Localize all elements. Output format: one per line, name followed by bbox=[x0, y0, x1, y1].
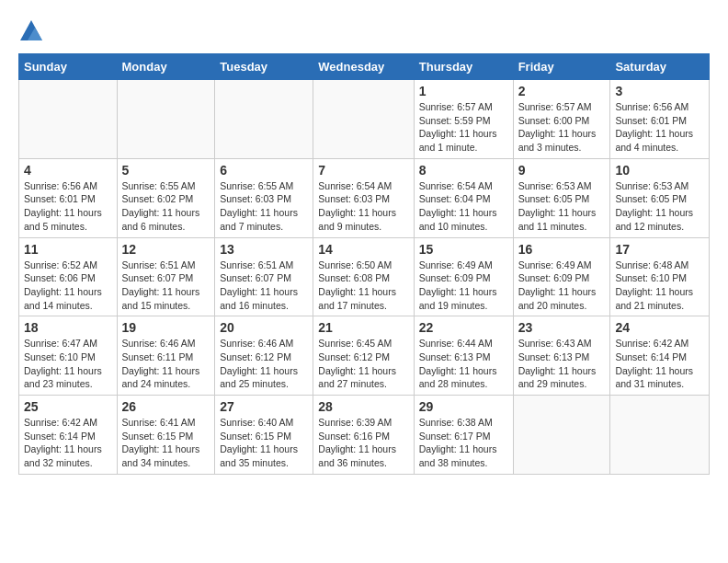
calendar-week-2: 4Sunrise: 6:56 AM Sunset: 6:01 PM Daylig… bbox=[19, 158, 710, 237]
day-info: Sunrise: 6:39 AM Sunset: 6:16 PM Dayligh… bbox=[318, 416, 408, 470]
calendar-cell: 25Sunrise: 6:42 AM Sunset: 6:14 PM Dayli… bbox=[19, 396, 118, 475]
day-number: 10 bbox=[615, 163, 704, 178]
day-header-wednesday: Wednesday bbox=[313, 54, 414, 80]
calendar-cell: 8Sunrise: 6:54 AM Sunset: 6:04 PM Daylig… bbox=[414, 158, 513, 237]
day-info: Sunrise: 6:43 AM Sunset: 6:13 PM Dayligh… bbox=[518, 337, 606, 391]
calendar-cell: 9Sunrise: 6:53 AM Sunset: 6:05 PM Daylig… bbox=[513, 158, 610, 237]
day-info: Sunrise: 6:54 AM Sunset: 6:04 PM Dayligh… bbox=[419, 179, 508, 234]
calendar-week-3: 11Sunrise: 6:52 AM Sunset: 6:06 PM Dayli… bbox=[19, 237, 710, 316]
calendar-cell: 21Sunrise: 6:45 AM Sunset: 6:12 PM Dayli… bbox=[313, 316, 414, 396]
day-info: Sunrise: 6:52 AM Sunset: 6:06 PM Dayligh… bbox=[24, 259, 112, 313]
day-number: 18 bbox=[24, 320, 112, 335]
calendar-cell: 13Sunrise: 6:51 AM Sunset: 6:07 PM Dayli… bbox=[215, 237, 313, 316]
day-number: 7 bbox=[318, 163, 408, 178]
day-number: 17 bbox=[615, 242, 704, 257]
day-info: Sunrise: 6:57 AM Sunset: 5:59 PM Dayligh… bbox=[419, 100, 508, 155]
calendar-cell: 28Sunrise: 6:39 AM Sunset: 6:16 PM Dayli… bbox=[313, 396, 414, 475]
calendar-cell: 14Sunrise: 6:50 AM Sunset: 6:08 PM Dayli… bbox=[313, 237, 414, 316]
day-number: 19 bbox=[122, 320, 210, 335]
day-info: Sunrise: 6:54 AM Sunset: 6:03 PM Dayligh… bbox=[318, 179, 408, 234]
logo bbox=[18, 18, 46, 44]
day-number: 21 bbox=[318, 320, 408, 335]
day-number: 4 bbox=[24, 163, 112, 178]
calendar-cell: 29Sunrise: 6:38 AM Sunset: 6:17 PM Dayli… bbox=[414, 396, 513, 475]
day-number: 24 bbox=[615, 320, 704, 335]
calendar-cell: 6Sunrise: 6:55 AM Sunset: 6:03 PM Daylig… bbox=[215, 158, 313, 237]
day-number: 22 bbox=[419, 320, 508, 335]
day-number: 16 bbox=[518, 242, 606, 257]
calendar-week-1: 1Sunrise: 6:57 AM Sunset: 5:59 PM Daylig… bbox=[19, 80, 710, 159]
calendar-cell: 2Sunrise: 6:57 AM Sunset: 6:00 PM Daylig… bbox=[513, 80, 610, 159]
day-number: 26 bbox=[122, 399, 210, 414]
calendar-cell bbox=[610, 396, 710, 475]
day-number: 9 bbox=[518, 163, 606, 178]
day-info: Sunrise: 6:55 AM Sunset: 6:02 PM Dayligh… bbox=[122, 179, 210, 234]
day-header-saturday: Saturday bbox=[610, 54, 710, 80]
day-number: 14 bbox=[318, 242, 408, 257]
day-number: 3 bbox=[615, 84, 704, 98]
day-info: Sunrise: 6:49 AM Sunset: 6:09 PM Dayligh… bbox=[518, 259, 606, 313]
calendar-cell: 27Sunrise: 6:40 AM Sunset: 6:15 PM Dayli… bbox=[215, 396, 313, 475]
calendar-week-4: 18Sunrise: 6:47 AM Sunset: 6:10 PM Dayli… bbox=[19, 316, 710, 396]
calendar-cell: 26Sunrise: 6:41 AM Sunset: 6:15 PM Dayli… bbox=[117, 396, 215, 475]
day-header-friday: Friday bbox=[513, 54, 610, 80]
header bbox=[18, 18, 710, 44]
logo-icon bbox=[18, 18, 44, 44]
calendar-cell bbox=[215, 80, 313, 159]
day-info: Sunrise: 6:42 AM Sunset: 6:14 PM Dayligh… bbox=[615, 337, 704, 391]
day-number: 25 bbox=[24, 399, 112, 414]
day-info: Sunrise: 6:53 AM Sunset: 6:05 PM Dayligh… bbox=[615, 179, 704, 234]
calendar-header-row: SundayMondayTuesdayWednesdayThursdayFrid… bbox=[19, 54, 710, 80]
day-header-tuesday: Tuesday bbox=[215, 54, 313, 80]
day-info: Sunrise: 6:41 AM Sunset: 6:15 PM Dayligh… bbox=[122, 416, 210, 470]
calendar-body: 1Sunrise: 6:57 AM Sunset: 5:59 PM Daylig… bbox=[19, 80, 710, 475]
calendar-cell: 5Sunrise: 6:55 AM Sunset: 6:02 PM Daylig… bbox=[117, 158, 215, 237]
day-number: 12 bbox=[122, 242, 210, 257]
calendar-cell: 17Sunrise: 6:48 AM Sunset: 6:10 PM Dayli… bbox=[610, 237, 710, 316]
calendar-cell: 11Sunrise: 6:52 AM Sunset: 6:06 PM Dayli… bbox=[19, 237, 118, 316]
day-header-monday: Monday bbox=[117, 54, 215, 80]
day-number: 20 bbox=[220, 320, 308, 335]
day-info: Sunrise: 6:56 AM Sunset: 6:01 PM Dayligh… bbox=[24, 179, 112, 234]
day-info: Sunrise: 6:51 AM Sunset: 6:07 PM Dayligh… bbox=[220, 259, 308, 313]
day-info: Sunrise: 6:38 AM Sunset: 6:17 PM Dayligh… bbox=[419, 416, 508, 470]
day-number: 23 bbox=[518, 320, 606, 335]
day-number: 2 bbox=[518, 84, 606, 98]
day-number: 27 bbox=[220, 399, 308, 414]
calendar-cell: 7Sunrise: 6:54 AM Sunset: 6:03 PM Daylig… bbox=[313, 158, 414, 237]
day-number: 1 bbox=[419, 84, 508, 98]
calendar-cell bbox=[313, 80, 414, 159]
day-header-sunday: Sunday bbox=[19, 54, 118, 80]
calendar-cell: 10Sunrise: 6:53 AM Sunset: 6:05 PM Dayli… bbox=[610, 158, 710, 237]
calendar-table: SundayMondayTuesdayWednesdayThursdayFrid… bbox=[18, 53, 710, 475]
day-number: 29 bbox=[419, 399, 508, 414]
calendar-cell: 3Sunrise: 6:56 AM Sunset: 6:01 PM Daylig… bbox=[610, 80, 710, 159]
day-info: Sunrise: 6:50 AM Sunset: 6:08 PM Dayligh… bbox=[318, 259, 408, 313]
day-number: 11 bbox=[24, 242, 112, 257]
day-info: Sunrise: 6:57 AM Sunset: 6:00 PM Dayligh… bbox=[518, 100, 606, 155]
calendar-cell: 16Sunrise: 6:49 AM Sunset: 6:09 PM Dayli… bbox=[513, 237, 610, 316]
calendar-cell: 4Sunrise: 6:56 AM Sunset: 6:01 PM Daylig… bbox=[19, 158, 118, 237]
day-number: 8 bbox=[419, 163, 508, 178]
calendar-cell: 23Sunrise: 6:43 AM Sunset: 6:13 PM Dayli… bbox=[513, 316, 610, 396]
calendar-week-5: 25Sunrise: 6:42 AM Sunset: 6:14 PM Dayli… bbox=[19, 396, 710, 475]
day-info: Sunrise: 6:56 AM Sunset: 6:01 PM Dayligh… bbox=[615, 100, 704, 155]
day-info: Sunrise: 6:45 AM Sunset: 6:12 PM Dayligh… bbox=[318, 337, 408, 391]
calendar-cell: 18Sunrise: 6:47 AM Sunset: 6:10 PM Dayli… bbox=[19, 316, 118, 396]
day-info: Sunrise: 6:55 AM Sunset: 6:03 PM Dayligh… bbox=[220, 179, 308, 234]
day-number: 6 bbox=[220, 163, 308, 178]
calendar-cell: 20Sunrise: 6:46 AM Sunset: 6:12 PM Dayli… bbox=[215, 316, 313, 396]
day-number: 13 bbox=[220, 242, 308, 257]
calendar-cell: 24Sunrise: 6:42 AM Sunset: 6:14 PM Dayli… bbox=[610, 316, 710, 396]
day-header-thursday: Thursday bbox=[414, 54, 513, 80]
day-number: 5 bbox=[122, 163, 210, 178]
day-info: Sunrise: 6:46 AM Sunset: 6:12 PM Dayligh… bbox=[220, 337, 308, 391]
day-info: Sunrise: 6:46 AM Sunset: 6:11 PM Dayligh… bbox=[122, 337, 210, 391]
day-info: Sunrise: 6:51 AM Sunset: 6:07 PM Dayligh… bbox=[122, 259, 210, 313]
calendar-cell bbox=[19, 80, 118, 159]
day-number: 15 bbox=[419, 242, 508, 257]
day-info: Sunrise: 6:40 AM Sunset: 6:15 PM Dayligh… bbox=[220, 416, 308, 470]
day-info: Sunrise: 6:48 AM Sunset: 6:10 PM Dayligh… bbox=[615, 259, 704, 313]
calendar-cell: 22Sunrise: 6:44 AM Sunset: 6:13 PM Dayli… bbox=[414, 316, 513, 396]
calendar-cell: 19Sunrise: 6:46 AM Sunset: 6:11 PM Dayli… bbox=[117, 316, 215, 396]
